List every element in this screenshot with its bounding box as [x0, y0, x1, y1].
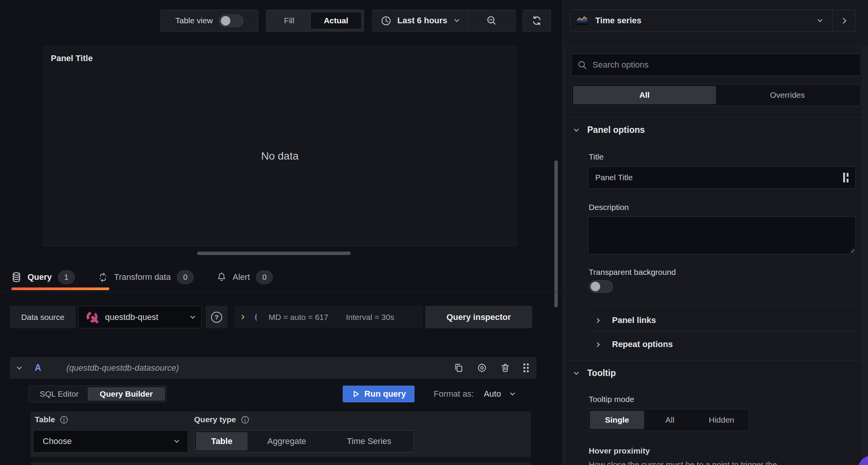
query-options-collapsed[interactable]: MD = auto = 617 Interval = 30s: [235, 306, 423, 328]
tooltip-header[interactable]: Tooltip: [575, 368, 616, 378]
run-query-label: Run query: [364, 389, 406, 399]
time-range-label: Last 6 hours: [397, 16, 447, 26]
table-view-button[interactable]: Table view: [160, 10, 258, 32]
chevron-down-icon: [574, 127, 579, 132]
info-icon: [241, 415, 249, 424]
panel-options-title: Panel options: [587, 125, 645, 135]
panel-title-input[interactable]: Panel Title: [588, 166, 856, 189]
query-type-field-label: Query type: [194, 415, 249, 424]
format-as-control: Format as: Auto: [434, 386, 514, 402]
options-sidebar: Time series Search options All Overrides: [562, 0, 868, 465]
table-select[interactable]: Choose: [33, 430, 188, 452]
format-as-label: Format as:: [434, 389, 474, 399]
next-editor-row-peek: [31, 462, 531, 465]
chevron-right-icon: [240, 315, 245, 320]
run-query-button[interactable]: Run query: [343, 386, 415, 402]
title-label: Title: [589, 152, 604, 161]
horizontal-scrollbar[interactable]: [197, 252, 351, 255]
tab-alert-badge: 0: [256, 270, 273, 284]
visualization-picker[interactable]: Time series: [570, 10, 855, 32]
editor-tab-bar: Query 1 Transform data 0 Alert: [11, 267, 273, 287]
suggestions-icon[interactable]: [843, 173, 849, 182]
max-data-points-summary: MD = auto = 617: [269, 313, 328, 322]
chevron-right-icon: [840, 18, 847, 24]
tab-transform-data[interactable]: Transform data 0: [98, 270, 194, 284]
table-view-toggle[interactable]: [219, 15, 243, 27]
filter-tab-all[interactable]: All: [573, 86, 716, 104]
sql-editor-option[interactable]: SQL Editor: [31, 388, 88, 400]
format-as-value[interactable]: Auto: [484, 389, 501, 399]
tab-transform-label: Transform data: [114, 272, 171, 282]
info-icon: [60, 415, 68, 424]
filter-tab-overrides[interactable]: Overrides: [716, 86, 859, 104]
refresh-button[interactable]: [523, 10, 551, 32]
display-mode-switch: Fill Actual: [266, 10, 364, 32]
tab-query[interactable]: Query 1: [11, 270, 75, 284]
play-icon: [351, 390, 360, 398]
repeat-options-row[interactable]: Repeat options: [597, 336, 673, 353]
chevron-down-icon: [190, 314, 195, 319]
tab-bar-border: [0, 292, 562, 292]
datasource-picker[interactable]: questdb-quest: [78, 306, 202, 328]
datasource-value: questdb-quest: [105, 312, 158, 322]
resize-handle[interactable]: [849, 247, 854, 253]
datasource-field-label: Data source: [10, 306, 76, 328]
chevron-down-icon[interactable]: [510, 391, 515, 396]
tooltip-mode-label: Tooltip mode: [589, 395, 634, 404]
active-tab-indicator: [11, 287, 109, 290]
query-type-switch: Table Aggregate Time Series: [194, 430, 414, 452]
vertical-scrollbar[interactable]: [554, 160, 558, 307]
query-inspector-button[interactable]: Query inspector: [425, 306, 532, 328]
fill-option[interactable]: Fill: [268, 12, 310, 29]
options-scroll-area: Search options All Overrides Panel optio…: [564, 47, 862, 465]
panel-options-header[interactable]: Panel options: [575, 125, 645, 135]
query-row-header[interactable]: A (questdb-questdb-datasource): [10, 357, 536, 379]
delete-query-icon[interactable]: [500, 363, 510, 373]
query-builder-option[interactable]: Query Builder: [88, 388, 165, 400]
tab-transform-badge: 0: [177, 270, 194, 284]
panel-title-value: Panel Title: [595, 173, 633, 182]
query-type-aggregate[interactable]: Aggregate: [248, 432, 326, 450]
panel-links-row[interactable]: Panel links: [597, 312, 656, 329]
tooltip-mode-all[interactable]: All: [644, 411, 696, 429]
chevron-down-icon: [174, 438, 179, 443]
drag-handle[interactable]: [523, 363, 529, 372]
repeat-options-label: Repeat options: [612, 339, 673, 349]
tab-alert[interactable]: Alert 0: [217, 270, 273, 284]
table-label-text: Table: [35, 415, 55, 424]
sidebar-scrollbar-track[interactable]: [863, 47, 868, 465]
svg-text:?: ?: [215, 314, 219, 321]
time-range-picker[interactable]: Last 6 hours: [372, 10, 516, 32]
collapse-chevron-down-icon[interactable]: [17, 365, 22, 370]
database-icon: [11, 272, 21, 283]
disable-query-icon[interactable]: [477, 363, 487, 373]
questdb-logo-icon: [85, 310, 100, 325]
query-type-table[interactable]: Table: [196, 432, 248, 450]
chevron-right-icon: [595, 318, 600, 323]
tab-query-badge: 1: [58, 270, 75, 284]
search-placeholder: Search options: [593, 60, 649, 70]
clock-icon: [381, 16, 391, 26]
duplicate-query-icon[interactable]: [453, 363, 464, 373]
editor-mode-switch: SQL Editor Query Builder: [29, 386, 167, 402]
tooltip-title: Tooltip: [587, 368, 616, 378]
zoom-out-icon[interactable]: [468, 15, 515, 26]
hover-proximity-help: How close the cursor must be to a point …: [589, 460, 777, 465]
tooltip-mode-single[interactable]: Single: [590, 411, 644, 429]
datasource-help-button[interactable]: ?: [206, 306, 227, 328]
query-type-time-series[interactable]: Time Series: [326, 432, 412, 450]
transparent-background-toggle[interactable]: [589, 280, 613, 293]
collapse-pane-button[interactable]: [833, 19, 855, 23]
search-options-input[interactable]: Search options: [571, 54, 861, 76]
actual-option[interactable]: Actual: [310, 12, 362, 29]
tooltip-mode-hidden[interactable]: Hidden: [696, 411, 747, 429]
chevron-right-icon: [595, 342, 600, 347]
panel-preview[interactable]: Panel Title No data: [44, 46, 516, 246]
interval-summary: Interval = 30s: [346, 313, 394, 322]
description-textarea[interactable]: [588, 216, 856, 254]
section-border: [565, 360, 862, 361]
refresh-icon: [531, 15, 542, 26]
bell-icon: [217, 272, 227, 283]
grafana-panel-editor: Table view Fill Actual Last 6 hours: [0, 0, 868, 465]
toggle-knob: [221, 16, 230, 26]
